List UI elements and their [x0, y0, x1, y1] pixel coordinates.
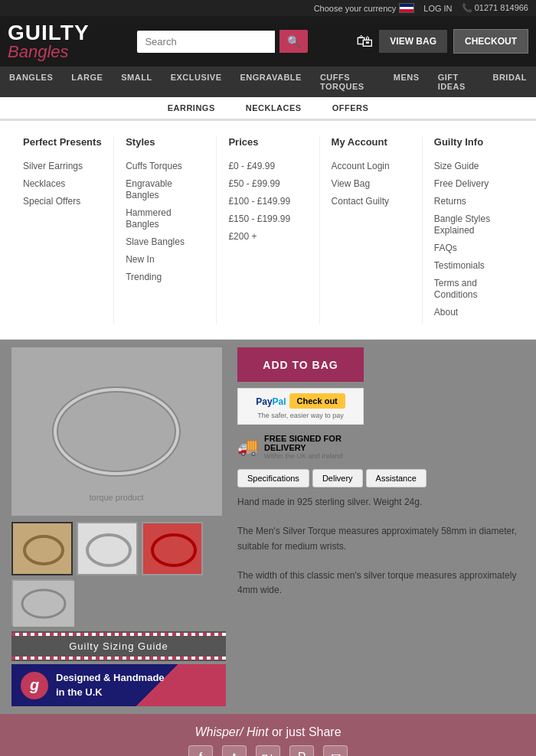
view-bag-button[interactable]: VIEW BAG — [379, 30, 447, 53]
nav-mens[interactable]: MENS — [384, 67, 429, 97]
add-to-bag-button[interactable]: ADD TO BAG — [237, 347, 364, 382]
whisper-title: Whisper/ Hint or just Share — [194, 725, 341, 739]
mega-col-title-styles: Styles — [126, 136, 204, 151]
menu-item-faqs[interactable]: FAQs — [434, 243, 457, 253]
subnav-offers[interactable]: OFFERS — [317, 97, 384, 119]
mega-col-prices: Prices £0 - £49.99 £50 - £99.99 £100 - £… — [217, 136, 319, 324]
menu-item-contact-guilty[interactable]: Contact Guilty — [332, 196, 389, 207]
menu-item-special-offers[interactable]: Special Offers — [23, 196, 80, 207]
svg-text:torque product: torque product — [90, 493, 144, 502]
login-link[interactable]: LOG IN — [423, 4, 452, 13]
bag-icon: 🛍 — [356, 31, 373, 51]
nav-large[interactable]: LARGE — [62, 67, 112, 97]
menu-item-price-150-199[interactable]: £150 - £199.99 — [228, 213, 290, 224]
thumbnail-2[interactable] — [77, 522, 138, 575]
top-bar: Choose your currency LOG IN 📞 01271 8149… — [0, 0, 536, 16]
search-area: 🔍 — [97, 30, 349, 53]
mega-col-title-guilty-info: Guilty Info — [434, 136, 513, 151]
nav-engravable[interactable]: ENGRAVABLE — [231, 67, 311, 97]
thumb-1-svg — [13, 523, 73, 575]
thumb-3-svg — [143, 523, 203, 575]
product-images: torque product — [11, 347, 226, 706]
menu-item-terms[interactable]: Terms and Conditions — [434, 278, 478, 300]
delivery-text: FREE SIGNED FOR DELIVERY Within the UK a… — [264, 434, 364, 460]
paypal-tagline: The safer, easier way to pay — [257, 412, 344, 419]
menu-item-new-in[interactable]: New In — [126, 254, 154, 265]
product-info: ADD TO BAG PayPal Check out The safer, e… — [237, 347, 525, 706]
menu-item-size-guide[interactable]: Size Guide — [434, 161, 479, 171]
thumb-2-svg — [78, 523, 138, 575]
menu-item-bangle-styles[interactable]: Bangle Styles Explained — [434, 213, 490, 236]
currency-selector[interactable]: Choose your currency — [314, 3, 415, 13]
mega-col-title-my-account: My Account — [332, 136, 410, 151]
menu-item-cuffs-torques[interactable]: Cuffs Torques — [126, 161, 182, 171]
mega-col-guilty-info: Guilty Info Size Guide Free Delivery Ret… — [423, 136, 525, 324]
nav-cuffs[interactable]: CUFFS TORQUES — [311, 67, 384, 97]
menu-item-price-50-99[interactable]: £50 - £99.99 — [228, 178, 279, 189]
nav-small[interactable]: SMALL — [112, 67, 161, 97]
main-product-image[interactable]: torque product — [11, 347, 222, 516]
svg-rect-0 — [11, 347, 222, 516]
tab-specifications[interactable]: Specifications — [237, 469, 309, 487]
social-icons: f t g+ P ✉ — [188, 745, 348, 756]
menu-item-testimonials[interactable]: Testimonials — [434, 260, 485, 271]
search-button[interactable]: 🔍 — [279, 30, 308, 53]
product-main-svg: torque product — [11, 347, 222, 516]
nav-bridal[interactable]: BRIDAL — [483, 67, 536, 97]
whisper-or-label: or just Share — [272, 725, 342, 738]
menu-item-silver-earrings[interactable]: Silver Earrings — [23, 161, 83, 171]
menu-item-view-bag[interactable]: View Bag — [332, 178, 370, 189]
thumbnail-4[interactable] — [11, 579, 73, 625]
paypal-checkout-button[interactable]: Check out — [289, 393, 345, 409]
whisper-section: Whisper/ Hint or just Share f t g+ P ✉ — [0, 714, 536, 756]
site-logo[interactable]: GUILTY Bangles — [8, 22, 90, 60]
nav-gift-ideas[interactable]: GIFT IDEAS — [429, 67, 484, 97]
logo-guilty-text: GUILTY — [8, 22, 90, 44]
designed-handmade-banner: g Designed & Handmade in the U.K — [11, 664, 226, 706]
menu-item-price-200-plus[interactable]: £200 + — [228, 231, 257, 242]
flag-icon — [399, 3, 414, 13]
mega-menu: Perfect Presents Silver Earrings Necklac… — [0, 120, 536, 340]
menu-item-returns[interactable]: Returns — [434, 196, 466, 207]
menu-item-hammered-bangles[interactable]: Hammered Bangles — [126, 207, 171, 230]
delivery-info: 🚚 FREE SIGNED FOR DELIVERY Within the UK… — [237, 434, 364, 460]
menu-item-price-100-149[interactable]: £100 - £149.99 — [228, 196, 290, 207]
menu-item-slave-bangles[interactable]: Slave Bangles — [126, 236, 185, 247]
mega-col-title-perfect-presents: Perfect Presents — [23, 136, 102, 151]
subnav-necklaces[interactable]: NECKLACES — [230, 97, 317, 119]
facebook-icon[interactable]: f — [188, 745, 213, 756]
subnav-earrings[interactable]: EARRINGS — [152, 97, 230, 119]
menu-item-account-login[interactable]: Account Login — [332, 161, 390, 171]
menu-item-trending[interactable]: Trending — [126, 272, 162, 282]
mega-col-title-prices: Prices — [228, 136, 307, 151]
mega-col-my-account: My Account Account Login View Bag Contac… — [320, 136, 423, 324]
paypal-pp-icon: PayPal — [256, 396, 286, 407]
menu-item-necklaces[interactable]: Necklaces — [23, 178, 65, 189]
menu-item-engravable-bangles[interactable]: Engravable Bangles — [126, 178, 172, 200]
thumbnail-1[interactable] — [11, 522, 73, 575]
phone-number: 📞 01271 814966 — [462, 3, 528, 13]
thumbnail-3[interactable] — [142, 522, 203, 575]
designed-handmade-text: Designed & Handmade in the U.K — [56, 671, 165, 699]
menu-item-free-delivery[interactable]: Free Delivery — [434, 178, 489, 189]
main-navigation: BANGLES LARGE SMALL EXCLUSIVE ENGRAVABLE… — [0, 67, 536, 97]
email-icon[interactable]: ✉ — [323, 745, 348, 756]
menu-item-about[interactable]: About — [434, 307, 458, 318]
checkout-button[interactable]: CHECKOUT — [453, 29, 528, 54]
mega-col-perfect-presents: Perfect Presents Silver Earrings Necklac… — [11, 136, 114, 324]
product-section: torque product — [0, 340, 536, 714]
tab-assistance[interactable]: Assistance — [366, 469, 427, 487]
guilty-g-logo: g — [21, 672, 48, 699]
nav-exclusive[interactable]: EXCLUSIVE — [162, 67, 231, 97]
menu-item-price-0-49[interactable]: £0 - £49.99 — [228, 161, 275, 171]
mega-col-styles: Styles Cuffs Torques Engravable Bangles … — [114, 136, 217, 324]
thumbnail-row-1 — [11, 522, 226, 575]
twitter-icon[interactable]: t — [222, 745, 247, 756]
pinterest-icon[interactable]: P — [289, 745, 314, 756]
sizing-guide-label[interactable]: Guilty Sizing Guide — [11, 636, 226, 657]
tab-delivery[interactable]: Delivery — [312, 469, 363, 487]
google-plus-icon[interactable]: g+ — [256, 745, 280, 756]
search-input[interactable] — [137, 31, 275, 53]
nav-bangles[interactable]: BANGLES — [0, 67, 62, 97]
thumbnail-row-2 — [11, 579, 226, 625]
